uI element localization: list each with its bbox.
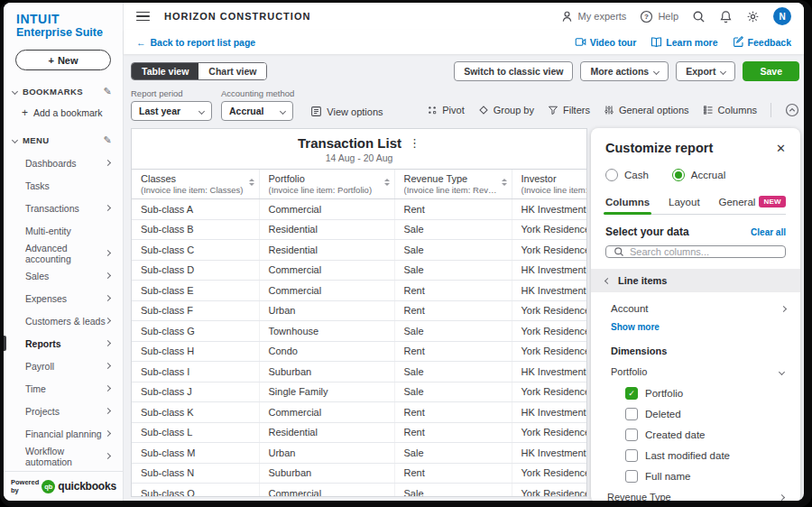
sidebar-item-apps[interactable]: Apps [4, 467, 123, 471]
feedback-link[interactable]: Feedback [733, 36, 791, 48]
sidebar-item-time[interactable]: Time [4, 377, 123, 400]
table-row[interactable]: Sub-class MUrbanSaleHK Investment [132, 443, 587, 464]
menu-header[interactable]: MENU ✎ [4, 126, 123, 152]
checkbox-portfolio[interactable]: ✓ Portfolio [605, 383, 786, 403]
plus-icon: + [48, 55, 53, 66]
user-avatar[interactable]: N [773, 7, 791, 25]
search-icon[interactable] [692, 10, 706, 23]
bookmarks-header[interactable]: BOOKMARKS ✎ [4, 78, 123, 103]
tab-general[interactable]: General NEW [718, 196, 786, 214]
view-options-button[interactable]: View options [310, 106, 383, 117]
checkbox-created-date[interactable]: Created date [605, 424, 786, 445]
account-item[interactable]: Account [605, 303, 786, 314]
sort-icon[interactable] [249, 179, 254, 186]
checkbox-deleted[interactable]: Deleted [605, 403, 786, 424]
video-tour-link[interactable]: Video tour [575, 36, 637, 48]
table-row[interactable]: Sub-class HCondoRentYork Residence [132, 341, 587, 362]
chevron-right-icon [105, 250, 111, 256]
tab-columns[interactable]: Columns [605, 197, 650, 214]
table-cell: Rent [394, 281, 512, 301]
notifications-bell-icon[interactable] [719, 10, 733, 23]
hamburger-menu-icon[interactable] [136, 12, 150, 22]
tab-chart-view[interactable]: Chart view [198, 63, 266, 79]
table-row[interactable]: Sub-class FUrbanRentYork Residence [132, 300, 587, 321]
sidebar-item-projects[interactable]: Projects [4, 400, 123, 422]
sidebar-item-sales[interactable]: Sales [4, 264, 123, 287]
search-columns-input[interactable] [630, 246, 778, 257]
table-row[interactable]: Sub-class DCommercialSaleHK Investment [132, 260, 587, 281]
learn-more-link[interactable]: Learn more [651, 36, 717, 48]
checkbox-full-name[interactable]: Full name [605, 466, 786, 486]
sidebar-item-payroll[interactable]: Payroll [4, 355, 123, 377]
kebab-menu-icon[interactable]: ⋮ [409, 136, 420, 150]
radio-cash[interactable]: Cash [605, 169, 649, 181]
table-row[interactable]: Sub-class ECommercialRentHK Investment [132, 281, 587, 301]
clear-all-link[interactable]: Clear all [751, 227, 786, 237]
save-button[interactable]: Save [743, 61, 799, 81]
sidebar-item-transactions[interactable]: Transactions [4, 197, 123, 219]
show-more-link[interactable]: Show more [605, 322, 786, 332]
sort-icon[interactable] [502, 179, 507, 186]
columns-button[interactable]: Columns [703, 105, 757, 115]
sub-bar: ← Back to report list page Video tour Le… [124, 30, 804, 54]
portfolio-group-toggle[interactable]: Portfolio [605, 366, 786, 377]
column-header-portfolio[interactable]: Portfolio (Invoice line item: Portfolio) [259, 170, 394, 199]
sidebar-item-multi-entity[interactable]: Multi-entity [4, 219, 123, 242]
pivot-button[interactable]: Pivot [427, 105, 464, 115]
table-row[interactable]: Sub-class GTownhouseSaleYork Residence [132, 321, 587, 342]
table-row[interactable]: Sub-class KCommercialRentHK Investment [132, 402, 587, 423]
table-row[interactable]: Sub-class CResidentialSaleYork Residence [132, 240, 587, 261]
more-actions-button[interactable]: More actions [580, 61, 669, 81]
radio-accrual[interactable]: Accrual [672, 169, 725, 181]
revenue-type-item[interactable]: Revenue Type [605, 486, 786, 501]
help-button[interactable]: ? Help [640, 10, 678, 23]
add-bookmark-button[interactable]: + Add a bookmark [4, 103, 123, 126]
table-cell: Suburban [259, 362, 394, 383]
report-table: Classes (Invoice line item: Classes) Por… [132, 170, 587, 497]
new-button[interactable]: + New [15, 50, 111, 70]
sidebar-item-label: Tasks [25, 180, 50, 191]
line-items-section-header[interactable]: Line items [591, 269, 800, 292]
settings-gear-icon[interactable] [746, 10, 760, 23]
toolbar-divider [770, 103, 771, 117]
table-row[interactable]: Sub-class ISuburbanSaleHK Investment [132, 362, 587, 383]
sidebar-item-reports[interactable]: Reports [4, 332, 123, 355]
tab-table-view[interactable]: Table view [132, 63, 198, 79]
table-row[interactable]: Sub-class JSingle FamilySaleYork Residen… [132, 382, 587, 402]
export-button[interactable]: Export [676, 61, 735, 81]
table-row[interactable]: Sub-class ACommercialRentHK Investment [132, 199, 587, 220]
sort-icon[interactable] [384, 179, 390, 186]
sidebar-item-advanced-accounting[interactable]: Advanced accounting [4, 242, 123, 264]
checkbox-last-modified-date[interactable]: Last modified date [605, 445, 786, 466]
sidebar-item-financial-planning[interactable]: Financial planning [4, 422, 123, 445]
tab-layout[interactable]: Layout [669, 197, 700, 214]
collapse-toolbar-icon[interactable] [785, 103, 799, 117]
sidebar-item-workflow-automation[interactable]: Workflow automation [4, 445, 123, 467]
sidebar-item-customers-leads[interactable]: Customers & leads [4, 309, 123, 332]
close-icon[interactable]: ✕ [776, 142, 786, 155]
sidebar-item-label: Advanced accounting [25, 243, 106, 264]
logo-enterprise-suite: Enterprise Suite [16, 26, 110, 39]
my-experts-button[interactable]: My experts [560, 10, 627, 23]
filters-button[interactable]: Filters [548, 105, 590, 115]
general-options-button[interactable]: General options [604, 105, 689, 115]
column-header-revenue-type[interactable]: Revenue Type (Invoice line item: Revenue… [394, 170, 512, 199]
sidebar-item-tasks[interactable]: Tasks [4, 174, 123, 197]
column-header-investor[interactable]: Investor (Invoice line item: Investor) [512, 170, 587, 199]
table-row[interactable]: Sub-class NSuburbanRentYork Residence [132, 463, 587, 484]
table-row[interactable]: Sub-class LResidentialRentYork Residence [132, 422, 587, 443]
table-row[interactable]: Sub-class OCommercialSaleYork Residence [132, 484, 587, 498]
column-header-classes[interactable]: Classes (Invoice line item: Classes) [132, 170, 259, 199]
edit-pencil-icon[interactable]: ✎ [103, 134, 112, 146]
sidebar-item-expenses[interactable]: Expenses [4, 287, 123, 309]
switch-classic-view-button[interactable]: Switch to classic view [454, 61, 573, 81]
sidebar-item-dashboards[interactable]: Dashboards [4, 152, 123, 174]
back-to-report-list-link[interactable]: ← Back to report list page [136, 37, 255, 48]
accounting-method-select[interactable]: Accrual [221, 101, 293, 121]
group-by-button[interactable]: Group by [478, 105, 534, 115]
table-cell: Sale [394, 362, 512, 383]
report-period-label: Report period [131, 88, 212, 98]
table-row[interactable]: Sub-class BResidentialSaleYork Residence [132, 219, 587, 240]
report-period-select[interactable]: Last year [131, 101, 212, 121]
edit-pencil-icon[interactable]: ✎ [103, 86, 112, 97]
